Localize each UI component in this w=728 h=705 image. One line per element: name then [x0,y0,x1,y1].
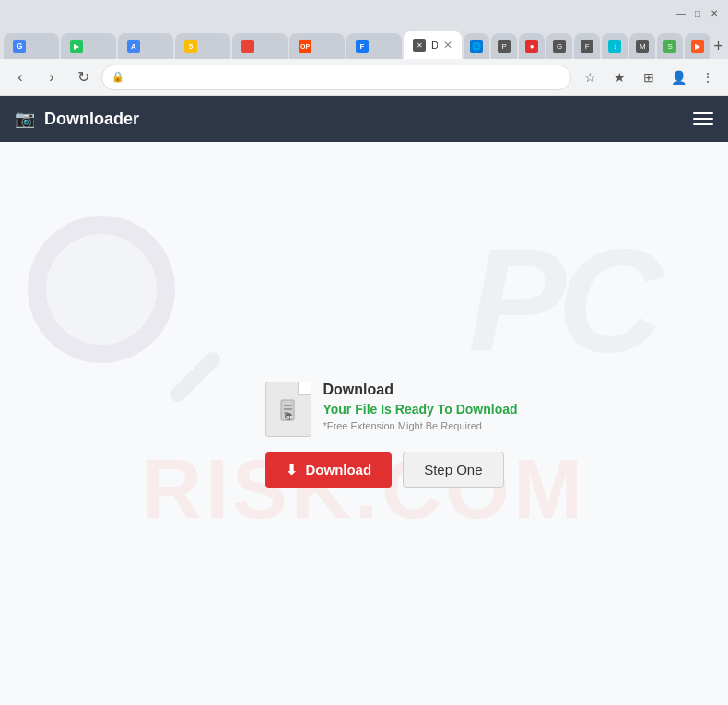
nav-actions: ☆ ★ ⊞ 👤 ⋮ [577,65,721,90]
tab-12[interactable]: F [574,33,600,59]
tab-favicon: F [356,40,369,53]
back-button[interactable]: ‹ [7,65,33,90]
close-button[interactable]: ✕ [708,6,721,19]
magnifier-watermark [28,216,230,418]
tab-5[interactable] [232,33,288,59]
lock-icon: 🔒 [112,71,124,83]
hamburger-line-3 [693,123,713,125]
tab-14[interactable]: M [629,33,655,59]
tab-favicon: OP [299,40,311,53]
maximize-button[interactable]: □ [691,6,704,19]
tab-4[interactable]: 5 [175,33,230,59]
profile-icon[interactable]: 👤 [665,65,691,90]
app-title: Downloader [44,110,139,129]
tab-16[interactable]: ▶ [685,33,710,59]
tab-bar: G ▶ A 5 OP F ✕ Downloader ✕ 🌐 P ● G F ↓ … [0,26,728,59]
app-header-left: 📷 Downloader [15,109,139,129]
tab-favicon: S [663,40,676,53]
tab-6[interactable]: OP [289,33,345,59]
download-card: ZIP Download Your File Is Ready To Downl… [265,382,517,488]
tab-favicon: G [553,40,566,53]
file-icon-corner [298,382,311,395]
tab-google[interactable]: G [4,33,59,59]
magnifier-circle [28,216,175,363]
tab-favicon [241,40,254,53]
magnifier-handle [168,349,224,405]
more-options-icon[interactable]: ⋮ [695,65,721,90]
step-one-button[interactable]: Step One [403,452,503,488]
reload-button[interactable]: ↻ [70,65,96,90]
download-text: Download Your File Is Ready To Download … [323,382,517,431]
download-button-label: Download [305,462,371,477]
tab-favicon: A [127,40,140,53]
svg-text:ZIP: ZIP [286,415,293,420]
file-icon-body: ZIP [279,398,298,429]
pc-watermark: PC [468,216,654,385]
app-header: 📷 Downloader [0,96,728,142]
hamburger-line-1 [693,112,713,114]
new-tab-button[interactable]: + [712,33,724,59]
tab-7[interactable]: F [346,33,402,59]
tab-favicon: P [498,40,511,53]
camera-icon: 📷 [15,109,35,129]
tab-active[interactable]: ✕ Downloader ✕ [404,31,462,59]
tab-favicon: ▶ [70,40,83,53]
download-button[interactable]: ⬇ Download [265,452,392,488]
download-ready-text: Your File Is Ready To Download [323,402,517,417]
nav-bar: ‹ › ↻ 🔒 ☆ ★ ⊞ 👤 ⋮ [0,59,728,96]
tab-15[interactable]: S [657,33,683,59]
hamburger-line-2 [693,118,713,120]
tab-favicon: G [13,40,26,53]
tab-11[interactable]: G [546,33,572,59]
tab-favicon: ✕ [413,39,426,52]
download-note: *Free Extension Might Be Required [323,420,517,431]
tab-13[interactable]: ↓ [602,33,628,59]
bookmark-icon[interactable]: ☆ [577,65,603,90]
download-info: ZIP Download Your File Is Ready To Downl… [265,382,517,437]
tab-favicon: ▶ [691,40,704,53]
hamburger-menu[interactable] [693,112,713,125]
tab-grid-icon[interactable]: ⊞ [636,65,662,90]
star-icon[interactable]: ★ [606,65,632,90]
tab-favicon: ↓ [608,40,621,53]
file-icon: ZIP [265,382,311,437]
tab-label: Downloader [431,40,438,51]
button-row: ⬇ Download Step One [265,452,503,488]
tab-favicon: F [581,40,593,53]
forward-button[interactable]: › [39,65,65,90]
main-content: PC RISK.COM ZIP [0,142,728,705]
tab-favicon: ● [525,40,538,53]
minimize-button[interactable]: — [675,6,687,19]
address-bar[interactable]: 🔒 [101,65,571,90]
download-arrow-icon: ⬇ [286,462,298,478]
tab-2[interactable]: ▶ [61,33,116,59]
tab-3[interactable]: A [118,33,173,59]
download-title: Download [323,382,517,398]
tab-close-icon[interactable]: ✕ [443,39,452,52]
tab-favicon: 5 [184,40,197,53]
tab-8[interactable]: 🌐 [464,33,489,59]
tab-favicon: 🌐 [470,40,483,53]
step-one-label: Step One [424,462,482,477]
window-controls: — □ ✕ [675,6,721,19]
tab-9[interactable]: P [491,33,517,59]
tab-10[interactable]: ● [519,33,545,59]
tab-favicon: M [636,40,649,53]
title-bar: — □ ✕ [0,0,728,26]
